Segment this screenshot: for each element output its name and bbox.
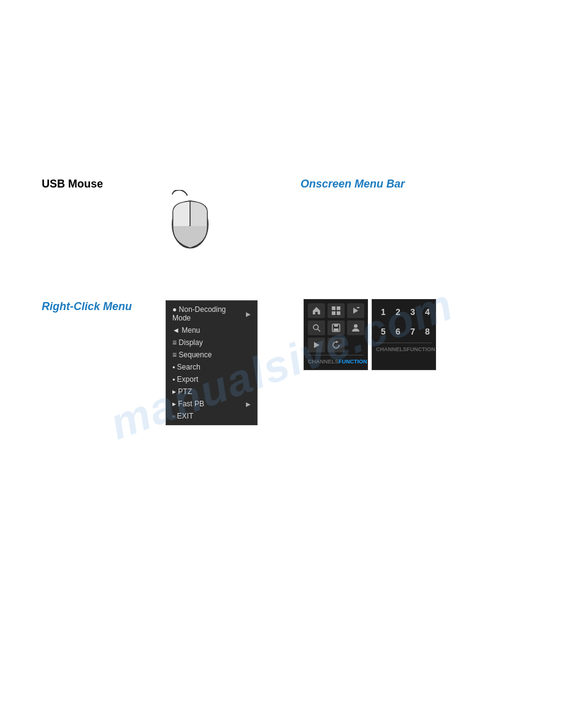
usb-mouse-title: USB Mouse (42, 178, 103, 190)
right-tab-function[interactable]: FUNCTION (407, 345, 435, 354)
save-icon-btn[interactable] (327, 320, 345, 335)
right-menu-panel: 1 2 3 4 5 6 7 8 CHANNELS FUNCTION (372, 299, 436, 370)
menu-item-export[interactable]: ▪ Export (166, 373, 257, 385)
channels-grid-row2: 5 6 7 8 (376, 323, 432, 340)
svg-line-9 (318, 329, 320, 332)
svg-rect-12 (334, 328, 339, 331)
onscreen-menu-bar-section: Onscreen Menu Bar (301, 178, 405, 191)
svg-rect-5 (332, 311, 335, 315)
left-tab-channels[interactable]: CHANNELS (308, 357, 339, 366)
menu-item-sequence[interactable]: ≡ Sequence (166, 349, 257, 361)
usb-mouse-section: USB Mouse (42, 178, 103, 191)
menu-item-menu[interactable]: ◄ Menu (166, 324, 257, 336)
menu-item-display[interactable]: ≡ Display (166, 336, 257, 349)
mouse-image (153, 190, 227, 254)
menu-item-exit[interactable]: ◦ EXIT (166, 410, 257, 422)
svg-rect-6 (337, 311, 340, 315)
menu-item-ptz[interactable]: ▸ PTZ (166, 385, 257, 398)
refresh-icon-btn[interactable] (327, 338, 345, 352)
svg-rect-11 (334, 324, 338, 327)
channel-1[interactable]: 1 (376, 303, 391, 320)
channel-5[interactable]: 5 (376, 323, 391, 340)
svg-point-8 (313, 325, 318, 330)
svg-rect-3 (332, 306, 335, 310)
svg-rect-7 (357, 307, 359, 308)
channel-2[interactable]: 2 (391, 303, 405, 320)
menu-item-search[interactable]: ▪ Search (166, 361, 257, 373)
channel-6[interactable]: 6 (391, 323, 405, 340)
left-panel-icons-grid (308, 303, 364, 352)
menu-panels: CHANNELS FUNCTION 1 2 3 4 5 6 7 8 CHANNE… (304, 299, 436, 370)
grid-icon-btn[interactable] (327, 303, 345, 318)
export-icon-btn[interactable] (347, 303, 364, 318)
mouse-svg (153, 190, 227, 251)
menu-item-non-decoding[interactable]: ● Non-Decoding Mode▶ (166, 303, 257, 324)
search-icon-btn[interactable] (308, 320, 325, 335)
svg-point-13 (354, 324, 358, 328)
user-icon-btn[interactable] (347, 320, 364, 335)
svg-rect-4 (337, 306, 340, 310)
channel-7[interactable]: 7 (405, 323, 420, 340)
channels-grid-row1: 1 2 3 4 (376, 303, 432, 320)
empty-btn (347, 338, 364, 352)
menu-item-fast-pb[interactable]: ▸ Fast PB▶ (166, 398, 257, 410)
channel-3[interactable]: 3 (405, 303, 420, 320)
left-menu-panel: CHANNELS FUNCTION (304, 299, 368, 370)
right-tab-channels[interactable]: CHANNELS (376, 345, 407, 354)
play-icon-btn[interactable] (308, 338, 325, 352)
onscreen-menu-bar-title: Onscreen Menu Bar (301, 178, 405, 190)
channel-8[interactable]: 8 (420, 323, 435, 340)
left-panel-tab-row: CHANNELS FUNCTION (308, 355, 364, 366)
channel-4[interactable]: 4 (420, 303, 435, 320)
left-tab-function[interactable]: FUNCTION (339, 357, 367, 366)
context-menu: ● Non-Decoding Mode▶ ◄ Menu ≡ Display ≡ … (166, 300, 258, 425)
right-click-menu-section: Right-Click Menu (42, 300, 132, 313)
right-panel-tab-row: CHANNELS FUNCTION (376, 343, 432, 354)
right-click-menu-title: Right-Click Menu (42, 300, 132, 313)
home-icon-btn[interactable] (308, 303, 325, 318)
